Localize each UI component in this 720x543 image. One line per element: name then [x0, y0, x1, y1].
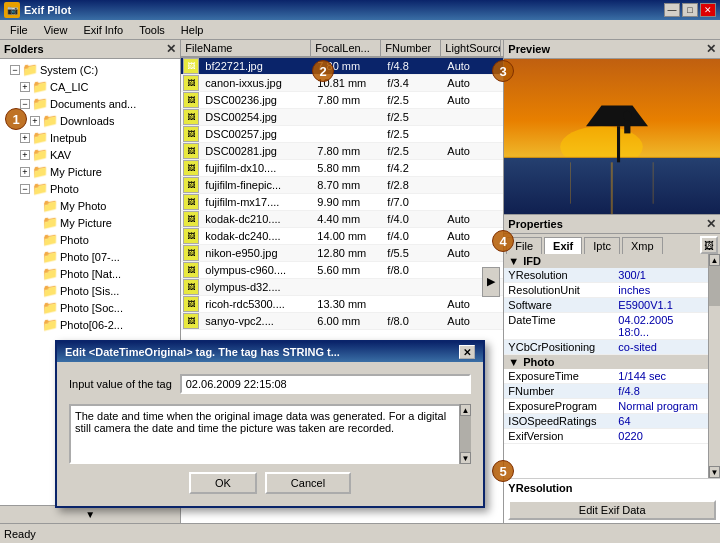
file-row[interactable]: 🖼 nikon-e950.jpg 12.80 mm f/5.5 Auto [181, 245, 503, 262]
file-row[interactable]: 🖼 DSC00254.jpg f/2.5 [181, 109, 503, 126]
tree-item-photo2[interactable]: 📁 Photo [30, 231, 178, 248]
props-row-fnumber[interactable]: FNumber f/4.8 [504, 384, 708, 399]
status-bar: Ready [0, 523, 720, 543]
tree-scroll-down[interactable]: ▼ [0, 505, 180, 523]
status-text: Ready [4, 528, 36, 540]
tree-item-downloads[interactable]: + 📁 Downloads [30, 112, 178, 129]
menu-tools[interactable]: Tools [131, 22, 173, 38]
expand-ca-lic[interactable]: + [20, 82, 30, 92]
edit-exif-button[interactable]: Edit Exif Data [508, 500, 716, 520]
col-filename[interactable]: FileName [181, 40, 311, 56]
maximize-button[interactable]: □ [682, 3, 698, 17]
file-name: ricoh-rdc5300.... [201, 297, 313, 311]
file-row[interactable]: 🖼 olympus-d32.... [181, 279, 503, 296]
tree-item-photo-sis[interactable]: 📁 Photo [Sis... [30, 282, 178, 299]
properties-close[interactable]: ✕ [706, 217, 716, 231]
tree-item-docs[interactable]: − 📁 Documents and... [20, 95, 178, 112]
file-row[interactable]: 🖼 bf22721.jpg 7.80 mm f/4.8 Auto [181, 58, 503, 75]
properties-body: ▼ IFD YResolution 300/1 ResolutionUnit i… [504, 254, 708, 478]
file-focal: 5.60 mm [313, 263, 383, 277]
props-scrollbar[interactable]: ▲ ▼ [708, 254, 720, 478]
file-row[interactable]: 🖼 fujifilm-dx10.... 5.80 mm f/4.2 [181, 160, 503, 177]
expand-photo[interactable]: − [20, 184, 30, 194]
props-row-datetime[interactable]: DateTime 04.02.2005 18:0... [504, 313, 708, 340]
tree-item-photo-07[interactable]: 📁 Photo [07-... [30, 248, 178, 265]
tab-xmp[interactable]: Xmp [622, 237, 663, 254]
right-panel: Preview ✕ [504, 40, 720, 523]
folder-tree[interactable]: − 📁 System (C:) + 📁 CA_LIC − 📁 Documents… [0, 59, 180, 505]
tree-item-photo[interactable]: − 📁 Photo [20, 180, 178, 197]
file-fnumber: f/4.0 [383, 229, 443, 243]
props-icon-btn[interactable]: 🖼 [700, 236, 718, 254]
file-row[interactable]: 🖼 DSC00281.jpg 7.80 mm f/2.5 Auto [181, 143, 503, 160]
folders-close[interactable]: ✕ [166, 42, 176, 56]
expand-docs[interactable]: − [20, 99, 30, 109]
file-fnumber: f/2.5 [383, 93, 443, 107]
file-icon: 🖼 [183, 160, 199, 176]
expand-my-picture[interactable]: + [20, 167, 30, 177]
col-light[interactable]: LightSource [441, 40, 501, 56]
expand-inetpub[interactable]: + [20, 133, 30, 143]
file-icon: 🖼 [183, 109, 199, 125]
tree-item-photo-soc[interactable]: 📁 Photo [Soc... [30, 299, 178, 316]
props-row-software[interactable]: Software E5900V1.1 [504, 298, 708, 313]
file-row[interactable]: 🖼 olympus-c960.... 5.60 mm f/8.0 [181, 262, 503, 279]
close-button[interactable]: ✕ [700, 3, 716, 17]
file-row[interactable]: 🖼 canon-ixxus.jpg 10.81 mm f/3.4 Auto [181, 75, 503, 92]
right-nav-arrow[interactable]: ▶ [482, 267, 500, 297]
scroll-up[interactable]: ▲ [709, 254, 720, 266]
file-row[interactable]: 🖼 kodak-dc240.... 14.00 mm f/4.0 Auto [181, 228, 503, 245]
tree-item-inetpub[interactable]: + 📁 Inetpub [20, 129, 178, 146]
file-row[interactable]: 🖼 fujifilm-mx17.... 9.90 mm f/7.0 [181, 194, 503, 211]
tab-iptc[interactable]: Iptc [584, 237, 620, 254]
props-row-ycbcr[interactable]: YCbCrPositioning co-sited [504, 340, 708, 355]
tree-item-system-c[interactable]: − 📁 System (C:) [10, 61, 178, 78]
file-list[interactable]: 🖼 bf22721.jpg 7.80 mm f/4.8 Auto 🖼 canon… [181, 58, 503, 523]
file-icon: 🖼 [183, 58, 199, 74]
file-icon: 🖼 [183, 211, 199, 227]
file-row[interactable]: 🖼 fujifilm-finepic... 8.70 mm f/2.8 [181, 177, 503, 194]
file-row[interactable]: 🖼 DSC00236.jpg 7.80 mm f/2.5 Auto [181, 92, 503, 109]
window-controls[interactable]: — □ ✕ [664, 3, 716, 17]
tab-exif[interactable]: Exif [544, 237, 582, 254]
scroll-down[interactable]: ▼ [709, 466, 720, 478]
props-row-exposure[interactable]: ExposureTime 1/144 sec [504, 369, 708, 384]
file-row[interactable]: 🖼 ricoh-rdc5300.... 13.30 mm Auto [181, 296, 503, 313]
badge-5: 5 [492, 460, 514, 482]
tree-item-my-photo[interactable]: 📁 My Photo [30, 197, 178, 214]
tree-item-ca-lic[interactable]: + 📁 CA_LIC [20, 78, 178, 95]
file-fnumber [383, 303, 443, 305]
props-row-exposureprogram[interactable]: ExposureProgram Normal program [504, 399, 708, 414]
menu-help[interactable]: Help [173, 22, 212, 38]
props-row-isospeed[interactable]: ISOSpeedRatings 64 [504, 414, 708, 429]
file-row[interactable]: 🖼 kodak-dc210.... 4.40 mm f/4.0 Auto [181, 211, 503, 228]
minimize-button[interactable]: — [664, 3, 680, 17]
file-name: DSC00236.jpg [201, 93, 313, 107]
file-focal: 14.00 mm [313, 229, 383, 243]
file-fnumber: f/8.0 [383, 263, 443, 277]
menu-file[interactable]: File [2, 22, 36, 38]
file-icon: 🖼 [183, 228, 199, 244]
file-row[interactable]: 🖼 DSC00257.jpg f/2.5 [181, 126, 503, 143]
col-fnumber[interactable]: FNumber [381, 40, 441, 56]
tree-item-photo-nat[interactable]: 📁 Photo [Nat... [30, 265, 178, 282]
tree-item-my-picture2[interactable]: 📁 My Picture [30, 214, 178, 231]
props-row-resolutionunit[interactable]: ResolutionUnit inches [504, 283, 708, 298]
tree-item-my-picture[interactable]: + 📁 My Picture [20, 163, 178, 180]
tree-item-kav[interactable]: + 📁 KAV [20, 146, 178, 163]
expand-downloads[interactable]: + [30, 116, 40, 126]
file-light [443, 133, 503, 135]
file-row[interactable]: 🖼 sanyo-vpc2.... 6.00 mm f/8.0 Auto [181, 313, 503, 330]
file-icon: 🖼 [183, 126, 199, 142]
props-row-yresolution[interactable]: YResolution 300/1 [504, 268, 708, 283]
file-fnumber: f/3.4 [383, 76, 443, 90]
col-focal[interactable]: FocalLen... [311, 40, 381, 56]
tree-item-photo-06[interactable]: 📁 Photo[06-2... [30, 316, 178, 333]
menu-view[interactable]: View [36, 22, 76, 38]
props-row-exifversion[interactable]: ExifVersion 0220 [504, 429, 708, 444]
properties-header: Properties ✕ [504, 215, 720, 234]
menu-exif-info[interactable]: Exif Info [75, 22, 131, 38]
expand-system-c[interactable]: − [10, 65, 20, 75]
preview-close[interactable]: ✕ [706, 42, 716, 56]
expand-kav[interactable]: + [20, 150, 30, 160]
